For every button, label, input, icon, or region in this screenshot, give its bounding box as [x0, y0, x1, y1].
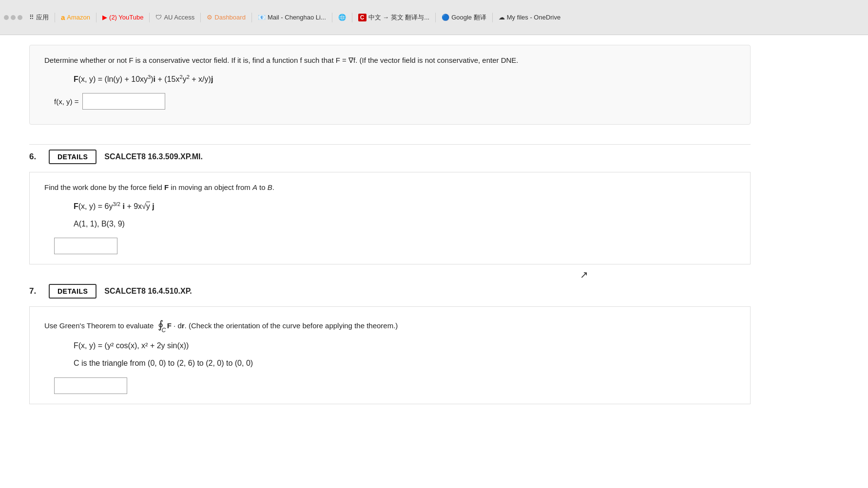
problem-7-answer-input[interactable]: [54, 377, 127, 394]
nav-onedrive[interactable]: ☁ My files - OneDrive: [497, 13, 563, 22]
dashboard-label: Dashboard: [214, 14, 246, 21]
separator-4: [200, 13, 201, 22]
globe-icon: 🌐: [338, 14, 346, 21]
separator-5: [251, 13, 252, 22]
apps-label: 应用: [36, 13, 49, 22]
onedrive-icon: ☁: [499, 14, 505, 21]
nav-google-translate[interactable]: 🔵 Google 翻译: [440, 12, 488, 23]
prev-input-row: f(x, y) =: [54, 93, 735, 110]
separator-1: [55, 13, 55, 22]
problem-6-formula: F(x, y) = 6y3/2 i + 9x√y j: [74, 200, 735, 213]
problem-6-body: Find the work done by the force field F …: [29, 172, 751, 264]
chinese-label: 中文 → 英文 翻译与...: [368, 13, 430, 22]
prev-problem-section: Determine whether or not F is a conserva…: [29, 45, 751, 125]
content-area: Determine whether or not F is a conserva…: [0, 35, 868, 488]
problem-7-details-button[interactable]: DETAILS: [49, 284, 96, 299]
mail-label: Mail - Chenghao Li...: [268, 14, 326, 21]
separator-3: [149, 13, 150, 22]
prev-problem-body: Determine whether or not F is a conserva…: [29, 45, 751, 125]
dot-red: [4, 15, 9, 20]
problem-6-answer-input[interactable]: [54, 238, 117, 254]
mail-icon: 📧: [258, 14, 266, 21]
problem-7-number: 7.: [29, 286, 49, 296]
problem-7-formula1: F(x, y) = (y² cos(x), x² + 2y sin(x)): [74, 339, 735, 352]
problem-6-section: 6. DETAILS SCALCET8 16.3.509.XP.MI. Find…: [29, 150, 751, 264]
prev-answer-input[interactable]: [82, 93, 165, 110]
problem-6-description: Find the work done by the force field F …: [44, 182, 735, 193]
nav-mail[interactable]: 📧 Mail - Chenghao Li...: [256, 13, 328, 22]
nav-chinese-translate[interactable]: C 中文 → 英文 翻译与...: [356, 12, 431, 23]
problem-6-header: 6. DETAILS SCALCET8 16.3.509.XP.MI.: [29, 150, 751, 164]
youtube-icon: ▶: [102, 14, 107, 21]
problem-6-code: SCALCET8 16.3.509.XP.MI.: [104, 152, 203, 161]
nav-apps[interactable]: ⠿ 应用: [27, 12, 51, 23]
problem-7-formula2-text: C is the triangle from (0, 0) to (2, 6) …: [74, 359, 253, 367]
problem-7-description: Use Green's Theorem to evaluate ∮C F · d…: [44, 317, 735, 333]
chinese-icon: C: [358, 14, 366, 21]
integral-notation: F · dr. (Check the orientation of the cu…: [167, 321, 398, 330]
apps-icon: ⠿: [29, 14, 34, 21]
dot-green: [18, 15, 22, 20]
dot-yellow: [11, 15, 16, 20]
problem-6-number: 6.: [29, 152, 49, 162]
au-access-icon: 🛡: [155, 14, 162, 21]
problem-7-section: 7. DETAILS SCALCET8 16.4.510.XP. Use Gre…: [29, 284, 751, 404]
nav-globe[interactable]: 🌐: [336, 13, 348, 22]
prev-formula-text: F(x, y) = (ln(y) + 10xy3)i + (15x2y2 + x…: [74, 75, 213, 83]
problem-7-formula1-text: F(x, y) = (y² cos(x), x² + 2y sin(x)): [74, 341, 189, 350]
prev-problem-formula: F(x, y) = (ln(y) + 10xy3)i + (15x2y2 + x…: [74, 73, 735, 86]
separator-7: [352, 13, 352, 22]
problem-7-body: Use Green's Theorem to evaluate ∮C F · d…: [29, 306, 751, 404]
problem-7-code: SCALCET8 16.4.510.XP.: [104, 287, 192, 296]
dashboard-icon: ⚙: [207, 14, 212, 21]
separator-8: [435, 13, 436, 22]
problem-6-details-button[interactable]: DETAILS: [49, 150, 96, 164]
google-translate-icon: 🔵: [442, 14, 449, 21]
prev-problem-description: Determine whether or not F is a conserva…: [44, 55, 735, 66]
oint-symbol: ∮C: [158, 317, 163, 333]
problem-6-points: A(1, 1), B(3, 9): [74, 218, 735, 230]
amazon-icon: a: [61, 13, 65, 21]
problem-6-input-row: [54, 238, 735, 254]
problem-6-formula-text: F(x, y) = 6y3/2 i + 9x√y j: [74, 202, 154, 210]
onedrive-label: My files - OneDrive: [507, 14, 561, 21]
nav-youtube[interactable]: ▶ (2) YouTube: [100, 13, 145, 22]
nav-dashboard[interactable]: ⚙ Dashboard: [205, 13, 248, 22]
problem-6-points-text: A(1, 1), B(3, 9): [74, 220, 125, 228]
google-translate-label: Google 翻译: [451, 13, 486, 22]
separator-6: [332, 13, 332, 22]
nav-au-access[interactable]: 🛡 AU Access: [154, 13, 196, 22]
problem-7-input-row: [54, 377, 735, 394]
au-access-label: AU Access: [164, 14, 194, 21]
problem-7-formula2: C is the triangle from (0, 0) to (2, 6) …: [74, 357, 735, 370]
separator-9: [492, 13, 493, 22]
problem-7-header: 7. DETAILS SCALCET8 16.4.510.XP.: [29, 284, 751, 299]
prev-input-label: f(x, y) =: [54, 97, 78, 106]
amazon-label: Amazon: [67, 14, 90, 21]
youtube-label: (2) YouTube: [109, 14, 143, 21]
nav-amazon[interactable]: a Amazon: [59, 12, 92, 22]
divider-1: [29, 144, 751, 145]
separator-2: [96, 13, 96, 22]
window-controls: [4, 15, 22, 20]
browser-bar: ⠿ 应用 a Amazon ▶ (2) YouTube 🛡 AU Access …: [0, 0, 868, 35]
page-content: Determine whether or not F is a conserva…: [0, 35, 780, 433]
